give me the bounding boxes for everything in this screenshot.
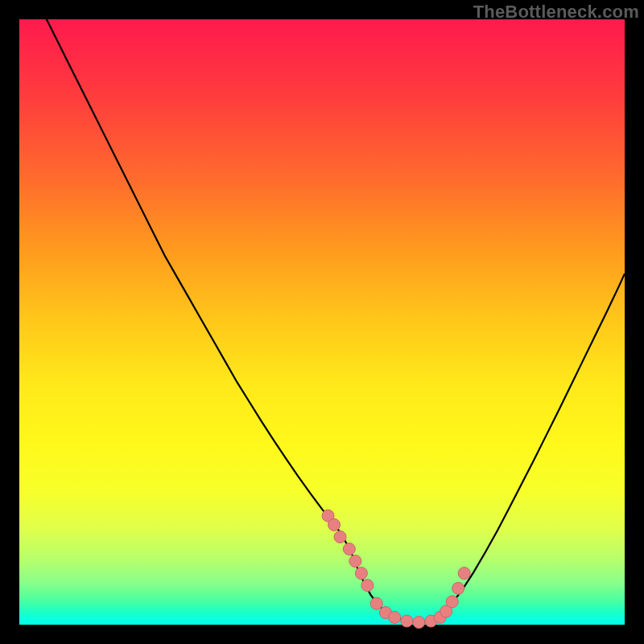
chart-svg: [19, 19, 625, 625]
highlight-point: [401, 615, 413, 627]
highlight-point: [349, 555, 361, 568]
highlight-point: [446, 596, 458, 608]
highlight-point: [370, 597, 382, 609]
outer-frame: TheBottleneck.com: [0, 0, 644, 644]
highlight-point: [328, 518, 341, 530]
highlight-point: [343, 543, 355, 555]
highlight-point: [413, 616, 425, 628]
highlight-point: [361, 580, 374, 592]
watermark-text: TheBottleneck.com: [473, 2, 639, 23]
highlight-points: [322, 510, 470, 628]
highlight-point: [355, 568, 367, 580]
bottleneck-curve: [19, 0, 625, 622]
highlight-point: [458, 568, 470, 580]
highlight-point: [452, 582, 464, 594]
highlight-point: [334, 530, 346, 543]
highlight-point: [389, 611, 401, 623]
